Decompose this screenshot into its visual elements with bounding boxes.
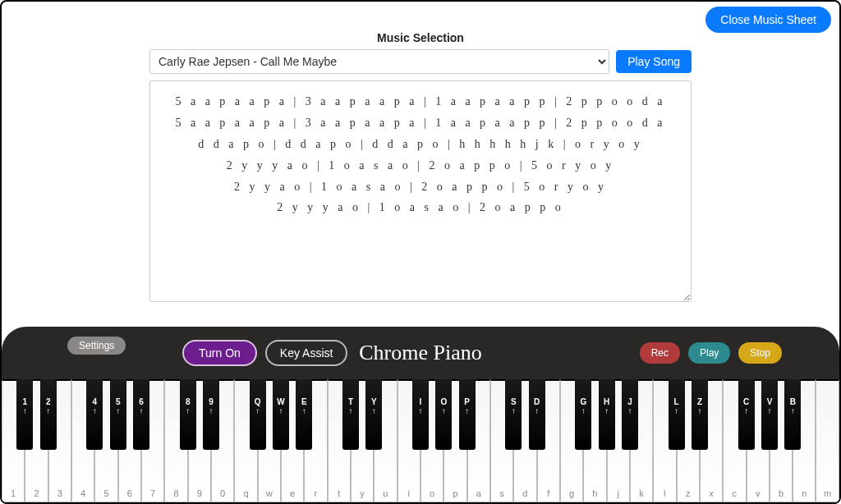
black-key[interactable]: J↑ <box>622 379 638 450</box>
black-key[interactable]: O↑ <box>435 379 452 450</box>
white-key-label: s <box>499 488 504 498</box>
black-key[interactable]: T↑ <box>342 379 359 450</box>
white-key-label: i <box>408 488 410 498</box>
white-key-label: f <box>547 488 549 498</box>
sheet-line: 2 y y a o | 1 o a s a o | 2 o a p p o | … <box>167 176 674 198</box>
black-key[interactable]: 9↑ <box>203 379 219 450</box>
black-key-label: V <box>761 397 778 406</box>
up-arrow-icon: ↑ <box>505 406 522 415</box>
close-music-sheet-button[interactable]: Close Music Sheet <box>705 7 831 33</box>
black-key-label: 4 <box>86 397 103 406</box>
play-song-button[interactable]: Play Song <box>616 50 692 73</box>
black-key-label: 6 <box>133 397 149 406</box>
black-key[interactable]: S↑ <box>505 379 522 450</box>
white-key-label: q <box>243 488 248 498</box>
black-key-label: B <box>784 397 801 406</box>
key-assist-button[interactable]: Key Assist <box>265 340 348 366</box>
black-key-label: S <box>505 397 522 406</box>
up-arrow-icon: ↑ <box>250 406 266 415</box>
black-key[interactable]: W↑ <box>273 379 289 450</box>
black-key[interactable]: C↑ <box>738 379 755 450</box>
black-key[interactable]: 1↑ <box>16 379 33 450</box>
white-key-label: 8 <box>173 488 178 498</box>
black-key-label: O <box>435 397 452 406</box>
up-arrow-icon: ↑ <box>435 406 452 415</box>
black-key[interactable]: H↑ <box>599 379 615 450</box>
black-key[interactable]: 2↑ <box>40 379 57 450</box>
black-key[interactable]: 4↑ <box>86 379 103 450</box>
white-key-label: n <box>802 488 807 498</box>
white-key-label: u <box>383 488 388 498</box>
up-arrow-icon: ↑ <box>296 406 312 415</box>
black-key[interactable]: 6↑ <box>133 379 149 450</box>
up-arrow-icon: ↑ <box>110 406 126 415</box>
black-key-label: 2 <box>40 397 57 406</box>
black-key[interactable]: P↑ <box>459 379 476 450</box>
up-arrow-icon: ↑ <box>622 406 638 415</box>
piano-toolbar: Settings Turn On Key Assist Chrome Piano… <box>2 327 839 379</box>
black-key-label: D <box>529 397 545 406</box>
black-key[interactable]: G↑ <box>575 379 591 450</box>
black-key[interactable]: D↑ <box>529 379 545 450</box>
white-key-label: h <box>592 488 597 498</box>
up-arrow-icon: ↑ <box>784 406 801 415</box>
black-key-label: 8 <box>180 397 196 406</box>
black-key-label: P <box>459 397 476 406</box>
white-key-label: l <box>664 488 665 498</box>
up-arrow-icon: ↑ <box>599 406 615 415</box>
black-key[interactable]: Q↑ <box>250 379 266 450</box>
piano-keyboard: 1234567890qwertyuiopasdfghjklzxcvbnm 1↑2… <box>2 379 839 502</box>
white-key-label: e <box>290 488 295 498</box>
white-key-label: z <box>686 488 691 498</box>
up-arrow-icon: ↑ <box>738 406 755 415</box>
black-key-label: W <box>273 397 289 406</box>
black-key[interactable]: Y↑ <box>365 379 382 450</box>
up-arrow-icon: ↑ <box>459 406 476 415</box>
white-key-label: 2 <box>34 488 39 498</box>
black-key[interactable]: 5↑ <box>110 379 126 450</box>
white-key[interactable]: m <box>816 379 839 502</box>
up-arrow-icon: ↑ <box>86 406 103 415</box>
music-sheet[interactable]: 5 a a p a a p a | 3 a a p a a p a | 1 a … <box>149 80 692 302</box>
sheet-line: 5 a a p a a p a | 3 a a p a a p a | 1 a … <box>167 112 674 134</box>
black-key[interactable]: B↑ <box>784 379 801 450</box>
black-key[interactable]: 8↑ <box>180 379 196 450</box>
up-arrow-icon: ↑ <box>412 406 429 415</box>
play-button[interactable]: Play <box>688 342 730 364</box>
white-key-label: 7 <box>150 488 155 498</box>
sheet-line: 2 y y y a o | 1 o a s a o | 2 o a p p o … <box>167 155 674 176</box>
black-key-label: H <box>599 397 615 406</box>
black-key[interactable]: Z↑ <box>692 379 708 450</box>
up-arrow-icon: ↑ <box>16 406 33 415</box>
white-key-label: j <box>617 488 618 498</box>
song-select[interactable]: Carly Rae Jepsen - Call Me Maybe <box>149 49 609 74</box>
black-key-label: T <box>342 397 359 406</box>
black-key-label: 1 <box>16 397 33 406</box>
white-key-label: o <box>430 488 434 498</box>
white-key-label: 5 <box>103 488 108 498</box>
white-key-label: k <box>639 488 644 498</box>
record-button[interactable]: Rec <box>640 342 680 364</box>
up-arrow-icon: ↑ <box>692 406 708 415</box>
sheet-line: d d a p o | d d a p o | d d a p o | h h … <box>167 134 674 155</box>
white-key-label: 6 <box>127 488 132 498</box>
black-key[interactable]: E↑ <box>296 379 312 450</box>
up-arrow-icon: ↑ <box>273 406 289 415</box>
stop-button[interactable]: Stop <box>738 342 782 364</box>
white-key-label: 1 <box>11 488 16 498</box>
white-key-label: d <box>522 488 527 498</box>
white-key-label: w <box>266 488 273 498</box>
black-key[interactable]: L↑ <box>669 379 685 450</box>
sheet-line: 5 a a p a a p a | 3 a a p a a p a | 1 a … <box>167 91 674 112</box>
turn-on-button[interactable]: Turn On <box>182 340 257 366</box>
black-key-label: Q <box>250 397 266 406</box>
white-key-label: 4 <box>80 488 85 498</box>
black-key[interactable]: I↑ <box>412 379 429 450</box>
settings-button[interactable]: Settings <box>67 337 126 355</box>
up-arrow-icon: ↑ <box>761 406 778 415</box>
black-key[interactable]: V↑ <box>761 379 778 450</box>
piano-title: Chrome Piano <box>359 341 482 365</box>
up-arrow-icon: ↑ <box>342 406 359 415</box>
section-title: Music Selection <box>149 31 692 44</box>
black-key-label: 5 <box>110 397 126 406</box>
